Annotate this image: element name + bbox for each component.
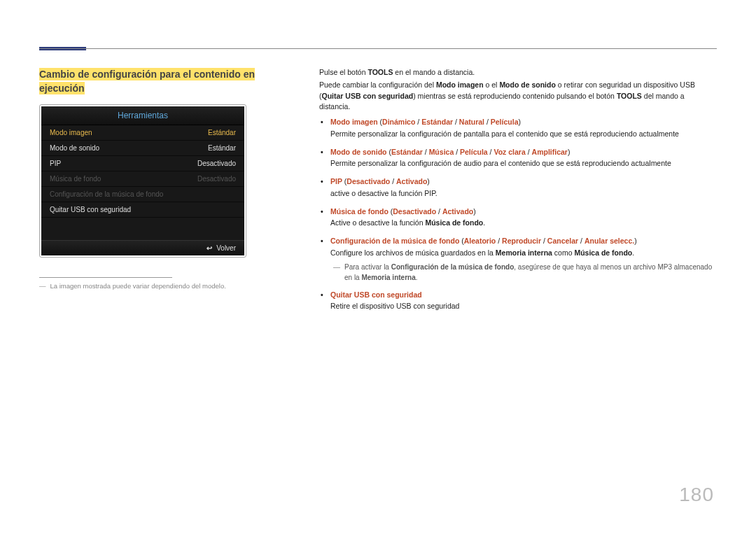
menu-row-value: Estándar — [208, 144, 236, 152]
menu-row-label: PIP — [50, 160, 61, 167]
menu-blank-area — [41, 218, 244, 240]
menu-footer: ↩ Volver — [41, 240, 244, 255]
menu-row-label: Quitar USB con seguridad — [50, 206, 131, 213]
section-title: Cambio de configuración para el contenid… — [39, 67, 291, 96]
menu-row-label: Modo imagen — [50, 129, 92, 136]
page-number: 180 — [679, 484, 714, 506]
menu-row-value: Desactivado — [197, 160, 236, 167]
bullet-desc: Configure los archivos de música guardad… — [330, 248, 717, 259]
left-column: Cambio de configuración para el contenid… — [39, 67, 291, 319]
bullet-desc: Retire el dispositivo USB con seguridad — [330, 301, 717, 312]
menu-footer-text: Volver — [216, 244, 236, 252]
menu-row-config-musica: Configuración de la música de fondo — [41, 187, 244, 202]
menu-row-value: Desactivado — [197, 175, 236, 183]
bullet-desc: Active o desactive la función Música de … — [330, 218, 717, 229]
menu-row-musica-fondo: Música de fondo Desactivado — [41, 171, 244, 187]
menu-row-label: Modo de sonido — [50, 144, 99, 152]
page-content: Cambio de configuración para el contenid… — [0, 0, 756, 347]
bullet-pip: PIP (Desactivado / Activado) active o de… — [319, 176, 717, 199]
menu-row-value: Estándar — [208, 129, 236, 136]
right-column: Pulse el botón TOOLS en el mando a dista… — [319, 67, 717, 319]
bullet-desc: Permite personalizar la configuración de… — [330, 129, 717, 140]
return-icon: ↩ — [206, 244, 212, 252]
footnote: La imagen mostrada puede variar dependie… — [39, 282, 291, 290]
section-title-line2: ejecución — [39, 82, 85, 94]
bullet-desc: Permite personalizar la configuración de… — [330, 158, 717, 169]
menu-row-modo-imagen: Modo imagen Estándar — [41, 125, 244, 141]
menu-row-label: Configuración de la música de fondo — [50, 190, 163, 198]
menu-row-pip: PIP Desactivado — [41, 156, 244, 171]
section-title-line1: Cambio de configuración para el contenid… — [39, 68, 255, 80]
intro-p2: Puede cambiar la configuración del Modo … — [319, 80, 717, 113]
bullet-modo-imagen: Modo imagen (Dinámico / Estándar / Natur… — [319, 117, 717, 140]
menu-row-modo-sonido: Modo de sonido Estándar — [41, 141, 244, 156]
bullet-list: Modo imagen (Dinámico / Estándar / Natur… — [319, 117, 717, 312]
menu-row-quitar-usb: Quitar USB con seguridad — [41, 202, 244, 218]
note: Para activar la Configuración de la músi… — [330, 262, 717, 283]
bullet-musica-fondo: Música de fondo (Desactivado / Activado)… — [319, 206, 717, 230]
bullet-desc: active o desactive la función PIP. — [330, 188, 717, 199]
header-divider — [39, 48, 717, 49]
footnote-text: La imagen mostrada puede variar dependie… — [50, 282, 226, 290]
bullet-config-musica: Configuración de la música de fondo (Ale… — [319, 236, 717, 283]
footnote-divider — [39, 277, 172, 278]
menu-row-label: Música de fondo — [50, 175, 101, 183]
intro-p1: Pulse el botón TOOLS en el mando a dista… — [319, 67, 717, 78]
tools-menu-header: Herramientas — [41, 106, 244, 125]
tools-menu-screenshot: Herramientas Modo imagen Estándar Modo d… — [39, 104, 246, 258]
bullet-quitar-usb: Quitar USB con seguridad Retire el dispo… — [319, 290, 717, 313]
bullet-modo-sonido: Modo de sonido (Estándar / Música / Pelí… — [319, 147, 717, 170]
